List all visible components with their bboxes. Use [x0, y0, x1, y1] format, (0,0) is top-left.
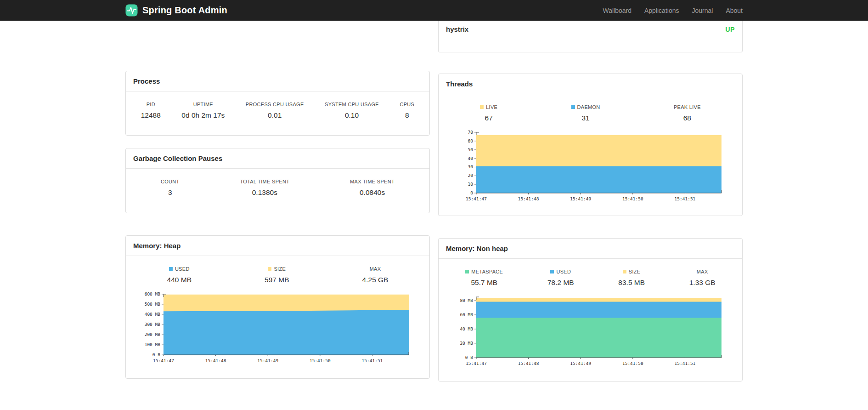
svg-text:15:41:47: 15:41:47 — [466, 196, 487, 201]
garbage-collection-card: Garbage Collection Pauses COUNT 3 TOTAL … — [125, 148, 430, 213]
stat-pid: PID 12488 — [141, 102, 161, 120]
threads-card: Threads LIVE 67 DAEMON 31 — [438, 74, 743, 216]
svg-text:15:41:51: 15:41:51 — [675, 361, 696, 366]
legend-heap-max: MAX 4.25 GB — [362, 266, 389, 284]
legend-nonheap-used: USED 78.2 MB — [547, 269, 574, 287]
legend-heap-used: USED 440 MB — [167, 266, 192, 284]
legend-nonheap-metaspace: METASPACE 55.7 MB — [465, 269, 503, 287]
svg-text:50: 50 — [468, 147, 473, 152]
spring-boot-admin-logo-icon — [125, 4, 138, 17]
garbage-collection-card-title: Garbage Collection Pauses — [126, 148, 429, 169]
navbar: Spring Boot Admin Wallboard Applications… — [0, 0, 868, 21]
right-column: hystrix UP Threads LIVE 67 DAEMON — [438, 21, 743, 382]
svg-text:15:41:51: 15:41:51 — [675, 196, 696, 201]
left-column: Process PID 12488 UPTIME 0d 0h 2m 17s PR… — [125, 21, 430, 382]
nonheap-metaspace-swatch — [465, 270, 469, 273]
process-card-title: Process — [126, 71, 429, 91]
svg-text:15:41:50: 15:41:50 — [622, 361, 643, 366]
heap-legend: USED 440 MB SIZE 597 MB MAX 4.25 GB — [126, 256, 429, 284]
memory-heap-card: Memory: Heap USED 440 MB SIZE 597 MB — [125, 235, 430, 379]
svg-text:70: 70 — [468, 130, 473, 135]
svg-text:15:41:49: 15:41:49 — [570, 361, 591, 366]
gc-stats: COUNT 3 TOTAL TIME SPENT 0.1380s MAX TIM… — [126, 169, 429, 197]
stat-cpus: CPUS 8 — [400, 102, 414, 120]
svg-text:30: 30 — [468, 164, 473, 169]
nav-item-applications[interactable]: Applications — [644, 7, 679, 14]
svg-text:0 B: 0 B — [152, 352, 160, 357]
svg-text:200 MB: 200 MB — [145, 332, 161, 337]
memory-heap-card-title: Memory: Heap — [126, 236, 429, 256]
threads-live-swatch — [480, 105, 484, 109]
svg-text:15:41:49: 15:41:49 — [257, 358, 278, 363]
svg-text:10: 10 — [468, 182, 473, 187]
application-status-card: hystrix UP — [438, 21, 743, 52]
svg-text:15:41:48: 15:41:48 — [518, 196, 539, 201]
stat-gc-total-time: TOTAL TIME SPENT 0.1380s — [240, 179, 289, 197]
nav-links: Wallboard Applications Journal About — [603, 7, 743, 14]
stat-gc-count: COUNT 3 — [161, 179, 180, 197]
svg-text:60 MB: 60 MB — [460, 312, 473, 317]
legend-nonheap-size: SIZE 83.5 MB — [618, 269, 645, 287]
svg-text:80 MB: 80 MB — [460, 298, 473, 303]
svg-text:15:41:48: 15:41:48 — [205, 358, 226, 363]
application-status-badge: UP — [726, 26, 735, 33]
memory-nonheap-chart: 0 B20 MB40 MB60 MB80 MB15:41:4715:41:481… — [446, 293, 725, 370]
nonheap-used-swatch — [550, 270, 554, 273]
nonheap-chart-wrap: 0 B20 MB40 MB60 MB80 MB15:41:4715:41:481… — [439, 287, 742, 370]
application-name: hystrix — [446, 25, 468, 33]
nonheap-size-swatch — [623, 270, 626, 273]
process-card: Process PID 12488 UPTIME 0d 0h 2m 17s PR… — [125, 71, 430, 136]
nav-item-about[interactable]: About — [726, 7, 743, 14]
svg-text:60: 60 — [468, 138, 473, 143]
legend-threads-daemon: DAEMON 31 — [571, 104, 600, 122]
threads-daemon-swatch — [571, 105, 575, 109]
nav-item-journal[interactable]: Journal — [692, 7, 713, 14]
svg-text:40 MB: 40 MB — [460, 326, 473, 331]
svg-text:20 MB: 20 MB — [460, 341, 473, 346]
application-row[interactable]: hystrix UP — [439, 23, 742, 37]
nonheap-legend: METASPACE 55.7 MB USED 78.2 MB SIZE — [439, 259, 742, 287]
nav-item-wallboard[interactable]: Wallboard — [603, 7, 631, 14]
svg-text:40: 40 — [468, 156, 473, 161]
svg-text:20: 20 — [468, 173, 473, 178]
main-content: Process PID 12488 UPTIME 0d 0h 2m 17s PR… — [125, 21, 743, 382]
svg-text:500 MB: 500 MB — [145, 302, 161, 307]
threads-chart-wrap: 01020304050607015:41:4715:41:4815:41:491… — [439, 122, 742, 205]
legend-heap-size: SIZE 597 MB — [265, 266, 289, 284]
stat-uptime: UPTIME 0d 0h 2m 17s — [181, 102, 225, 120]
legend-threads-peak-live: PEAK LIVE 68 — [674, 104, 701, 122]
heap-size-swatch — [268, 267, 271, 271]
svg-text:15:41:48: 15:41:48 — [518, 361, 539, 366]
svg-text:15:41:51: 15:41:51 — [362, 358, 383, 363]
heap-used-swatch — [169, 267, 173, 271]
svg-text:15:41:47: 15:41:47 — [466, 361, 487, 366]
threads-legend: LIVE 67 DAEMON 31 PEAK LIVE 68 — [439, 94, 742, 122]
stat-system-cpu-usage: SYSTEM CPU USAGE 0.10 — [325, 102, 379, 120]
heap-chart-wrap: 0 B100 MB200 MB300 MB400 MB500 MB600 MB1… — [126, 284, 429, 367]
svg-text:400 MB: 400 MB — [145, 312, 161, 317]
memory-heap-chart: 0 B100 MB200 MB300 MB400 MB500 MB600 MB1… — [133, 290, 412, 367]
svg-text:15:41:47: 15:41:47 — [153, 358, 174, 363]
svg-text:0 B: 0 B — [465, 355, 473, 360]
legend-threads-live: LIVE 67 — [480, 104, 497, 122]
stat-gc-max-time: MAX TIME SPENT 0.0840s — [350, 179, 395, 197]
svg-text:15:41:50: 15:41:50 — [310, 358, 331, 363]
threads-card-title: Threads — [439, 74, 742, 94]
svg-text:0: 0 — [470, 190, 473, 195]
threads-chart: 01020304050607015:41:4715:41:4815:41:491… — [446, 129, 725, 205]
stat-process-cpu-usage: PROCESS CPU USAGE 0.01 — [246, 102, 304, 120]
svg-text:15:41:49: 15:41:49 — [570, 196, 591, 201]
brand-title: Spring Boot Admin — [142, 5, 227, 16]
memory-nonheap-card-title: Memory: Non heap — [439, 239, 742, 259]
svg-text:600 MB: 600 MB — [145, 291, 161, 296]
process-stats: PID 12488 UPTIME 0d 0h 2m 17s PROCESS CP… — [126, 91, 429, 120]
svg-text:15:41:50: 15:41:50 — [622, 196, 643, 201]
svg-text:300 MB: 300 MB — [145, 322, 161, 327]
memory-nonheap-card: Memory: Non heap METASPACE 55.7 MB USED … — [438, 238, 743, 382]
svg-text:100 MB: 100 MB — [145, 342, 161, 347]
legend-nonheap-max: MAX 1.33 GB — [689, 269, 716, 287]
brand-link[interactable]: Spring Boot Admin — [125, 4, 227, 17]
